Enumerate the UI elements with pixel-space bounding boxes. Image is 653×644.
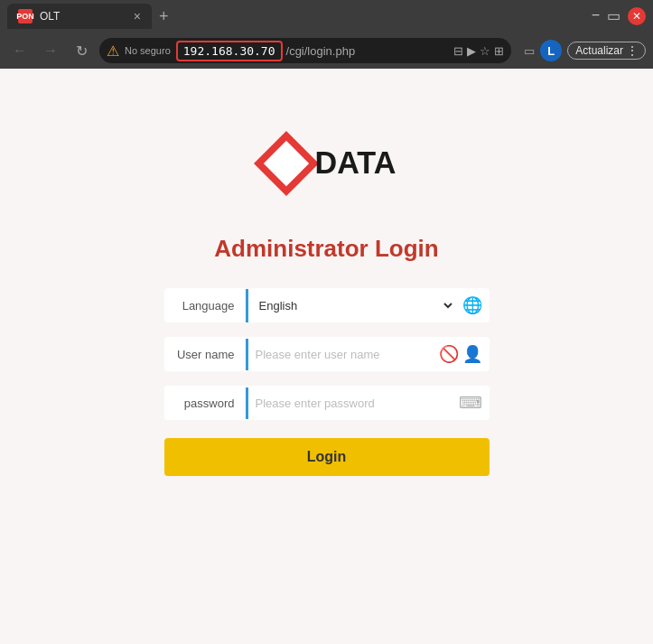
security-warning-text: No seguro — [125, 45, 171, 56]
tab-favicon: PON — [18, 9, 33, 23]
translate-icon[interactable]: ⊟ — [453, 44, 463, 58]
url-ip[interactable]: 192.168.30.70 — [176, 41, 283, 61]
language-icon-wrapper: 🌐 — [455, 288, 490, 322]
address-bar[interactable]: ⚠ No seguro 192.168.30.70 /cgi/login.php… — [99, 38, 511, 63]
language-label: Language — [164, 299, 246, 313]
username-label: User name — [164, 348, 246, 361]
svg-text:DATA: DATA — [314, 145, 396, 180]
window-controls: − ▭ ✕ — [592, 7, 646, 25]
navigate-icon[interactable]: ▶ — [467, 44, 476, 58]
language-select[interactable]: English Chinese — [248, 289, 455, 322]
active-tab[interactable]: PON OLT × — [7, 4, 152, 29]
login-button[interactable]: Login — [164, 438, 490, 476]
minimize-button[interactable]: − — [592, 7, 600, 25]
username-row: User name 🚫 👤 — [164, 337, 490, 371]
username-icons: 🚫 👤 — [432, 337, 490, 371]
cast-icon[interactable]: ▭ — [524, 44, 535, 58]
close-button[interactable]: ✕ — [628, 7, 646, 25]
tab-close-button[interactable]: × — [134, 9, 141, 23]
password-input-wrapper — [246, 387, 452, 419]
language-row: Language English Chinese 🌐 — [164, 288, 490, 322]
update-label: Actualizar — [575, 44, 623, 57]
extensions-icon[interactable]: ⊞ — [494, 44, 504, 58]
reload-button[interactable]: ↻ — [69, 38, 94, 63]
forward-button[interactable]: → — [38, 38, 63, 63]
user-avatar-button[interactable]: L — [540, 40, 562, 61]
tab-title: OLT — [40, 10, 60, 23]
logo-container: DATA — [246, 123, 408, 208]
restore-button[interactable]: ▭ — [607, 7, 620, 25]
login-form: Language English Chinese 🌐 User name 🚫 👤 — [164, 288, 490, 476]
nav-right-controls: ▭ L Actualizar ⋮ — [524, 40, 646, 61]
address-bar-icons: ⊟ ▶ ☆ ⊞ — [453, 44, 504, 58]
password-label: password — [164, 397, 246, 410]
nav-bar: ← → ↻ ⚠ No seguro 192.168.30.70 /cgi/log… — [0, 33, 653, 69]
keyboard-icon[interactable]: ⌨ — [459, 393, 482, 413]
url-path: /cgi/login.php — [286, 44, 356, 58]
password-icons: ⌨ — [452, 386, 490, 420]
update-button[interactable]: Actualizar ⋮ — [567, 42, 646, 60]
login-title: Administrator Login — [214, 235, 438, 263]
new-tab-button[interactable]: + — [155, 4, 173, 30]
favicon-text: PON — [16, 12, 34, 21]
clear-username-icon[interactable]: 🚫 — [439, 344, 459, 364]
tab-bar: PON OLT × + − ▭ ✕ — [0, 0, 653, 33]
username-input-wrapper — [246, 339, 432, 370]
password-input[interactable] — [248, 387, 452, 419]
back-button[interactable]: ← — [7, 38, 33, 63]
language-input-wrapper: English Chinese — [246, 289, 455, 322]
password-row: password ⌨ — [164, 386, 490, 420]
url-section[interactable]: 192.168.30.70 /cgi/login.php — [176, 41, 449, 61]
username-input[interactable] — [248, 339, 432, 370]
more-icon: ⋮ — [627, 44, 638, 57]
globe-icon[interactable]: 🌐 — [462, 295, 482, 315]
cdata-logo: DATA — [246, 123, 408, 204]
bookmark-icon[interactable]: ☆ — [480, 44, 490, 58]
page-content: DATA Administrator Login Language Englis… — [0, 69, 653, 644]
user-icon: 👤 — [462, 344, 482, 364]
security-warning-icon: ⚠ — [107, 42, 119, 60]
